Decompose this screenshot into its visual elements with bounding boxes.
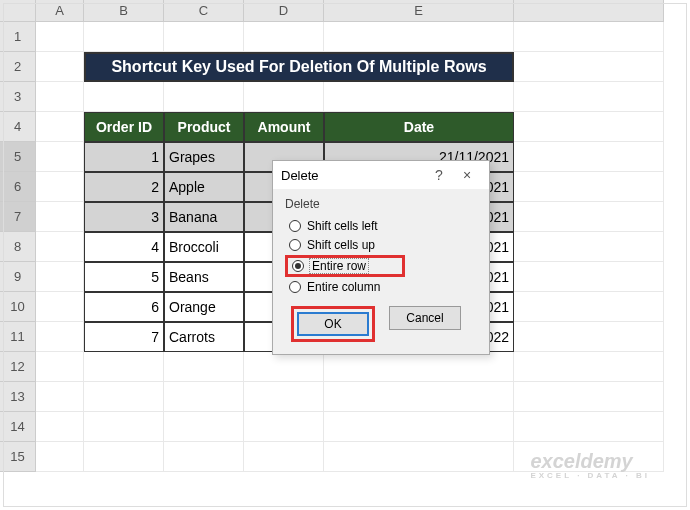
cell[interactable] bbox=[84, 22, 164, 52]
cell[interactable] bbox=[36, 352, 84, 382]
cell[interactable] bbox=[36, 82, 84, 112]
cell[interactable] bbox=[514, 142, 664, 172]
cell[interactable] bbox=[164, 382, 244, 412]
cell[interactable] bbox=[324, 382, 514, 412]
cell[interactable] bbox=[514, 352, 664, 382]
col-header-c[interactable]: C bbox=[164, 0, 244, 22]
col-header-b[interactable]: B bbox=[84, 0, 164, 22]
col-header-d[interactable]: D bbox=[244, 0, 324, 22]
row-header-10[interactable]: 10 bbox=[0, 292, 36, 322]
cell[interactable] bbox=[514, 292, 664, 322]
cell[interactable] bbox=[164, 442, 244, 472]
cell[interactable] bbox=[514, 112, 664, 142]
cell[interactable] bbox=[36, 112, 84, 142]
table-cell[interactable]: Banana bbox=[164, 202, 244, 232]
cell[interactable] bbox=[514, 22, 664, 52]
cell[interactable] bbox=[514, 412, 664, 442]
table-cell[interactable]: 7 bbox=[84, 322, 164, 352]
cell[interactable] bbox=[36, 412, 84, 442]
delete-dialog: Delete ? × Delete Shift cells left Shift… bbox=[272, 160, 490, 355]
cell[interactable] bbox=[164, 412, 244, 442]
dialog-titlebar[interactable]: Delete ? × bbox=[273, 161, 489, 189]
col-header-e[interactable]: E bbox=[324, 0, 514, 22]
cell[interactable] bbox=[324, 412, 514, 442]
radio-shift-up[interactable]: Shift cells up bbox=[285, 236, 477, 254]
table-cell[interactable]: Orange bbox=[164, 292, 244, 322]
cell[interactable] bbox=[244, 352, 324, 382]
cell[interactable] bbox=[514, 52, 664, 82]
table-cell[interactable]: Beans bbox=[164, 262, 244, 292]
cell[interactable] bbox=[84, 382, 164, 412]
row-header-12[interactable]: 12 bbox=[0, 352, 36, 382]
cell[interactable] bbox=[324, 442, 514, 472]
help-button[interactable]: ? bbox=[425, 167, 453, 183]
cell[interactable] bbox=[164, 82, 244, 112]
cell[interactable] bbox=[36, 52, 84, 82]
table-cell[interactable]: Grapes bbox=[164, 142, 244, 172]
col-header-a[interactable]: A bbox=[36, 0, 84, 22]
table-cell[interactable]: 5 bbox=[84, 262, 164, 292]
cell[interactable] bbox=[244, 442, 324, 472]
cell[interactable] bbox=[36, 142, 84, 172]
cell[interactable] bbox=[36, 22, 84, 52]
table-cell[interactable]: 6 bbox=[84, 292, 164, 322]
select-all-corner[interactable] bbox=[0, 0, 36, 22]
group-label: Delete bbox=[285, 197, 477, 211]
cell[interactable] bbox=[324, 82, 514, 112]
table-cell[interactable]: Apple bbox=[164, 172, 244, 202]
cell[interactable] bbox=[84, 82, 164, 112]
cell[interactable] bbox=[36, 322, 84, 352]
row-header-15[interactable]: 15 bbox=[0, 442, 36, 472]
radio-entire-column[interactable]: Entire column bbox=[285, 278, 477, 296]
row-header-13[interactable]: 13 bbox=[0, 382, 36, 412]
cell[interactable] bbox=[36, 442, 84, 472]
cell[interactable] bbox=[514, 382, 664, 412]
cell[interactable] bbox=[244, 382, 324, 412]
row-header-6[interactable]: 6 bbox=[0, 172, 36, 202]
cell[interactable] bbox=[514, 232, 664, 262]
cell[interactable] bbox=[514, 262, 664, 292]
cell[interactable] bbox=[84, 442, 164, 472]
cell[interactable] bbox=[84, 412, 164, 442]
cell[interactable] bbox=[164, 352, 244, 382]
row-header-2[interactable]: 2 bbox=[0, 52, 36, 82]
cell[interactable] bbox=[36, 202, 84, 232]
row-header-5[interactable]: 5 bbox=[0, 142, 36, 172]
table-cell[interactable]: Carrots bbox=[164, 322, 244, 352]
cell[interactable] bbox=[36, 232, 84, 262]
cell[interactable] bbox=[164, 22, 244, 52]
cell[interactable] bbox=[244, 22, 324, 52]
table-cell[interactable]: 4 bbox=[84, 232, 164, 262]
cell[interactable] bbox=[36, 262, 84, 292]
cell[interactable] bbox=[84, 352, 164, 382]
row-header-9[interactable]: 9 bbox=[0, 262, 36, 292]
table-cell[interactable]: 2 bbox=[84, 172, 164, 202]
cell[interactable] bbox=[244, 82, 324, 112]
cell[interactable] bbox=[514, 82, 664, 112]
row-header-8[interactable]: 8 bbox=[0, 232, 36, 262]
radio-icon bbox=[289, 239, 301, 251]
cell[interactable] bbox=[36, 172, 84, 202]
row-header-3[interactable]: 3 bbox=[0, 82, 36, 112]
row-header-14[interactable]: 14 bbox=[0, 412, 36, 442]
row-header-1[interactable]: 1 bbox=[0, 22, 36, 52]
cell[interactable] bbox=[36, 382, 84, 412]
table-cell[interactable]: 3 bbox=[84, 202, 164, 232]
cell[interactable] bbox=[324, 352, 514, 382]
cell[interactable] bbox=[514, 202, 664, 232]
cell[interactable] bbox=[36, 292, 84, 322]
close-button[interactable]: × bbox=[453, 167, 481, 183]
ok-button[interactable]: OK bbox=[297, 312, 369, 336]
table-cell[interactable]: Broccoli bbox=[164, 232, 244, 262]
cell[interactable] bbox=[324, 22, 514, 52]
row-header-11[interactable]: 11 bbox=[0, 322, 36, 352]
cell[interactable] bbox=[514, 322, 664, 352]
table-cell[interactable]: 1 bbox=[84, 142, 164, 172]
radio-entire-row[interactable]: Entire row bbox=[285, 255, 405, 277]
row-header-7[interactable]: 7 bbox=[0, 202, 36, 232]
cancel-button[interactable]: Cancel bbox=[389, 306, 461, 330]
radio-shift-left[interactable]: Shift cells left bbox=[285, 217, 477, 235]
row-header-4[interactable]: 4 bbox=[0, 112, 36, 142]
cell[interactable] bbox=[514, 172, 664, 202]
cell[interactable] bbox=[244, 412, 324, 442]
